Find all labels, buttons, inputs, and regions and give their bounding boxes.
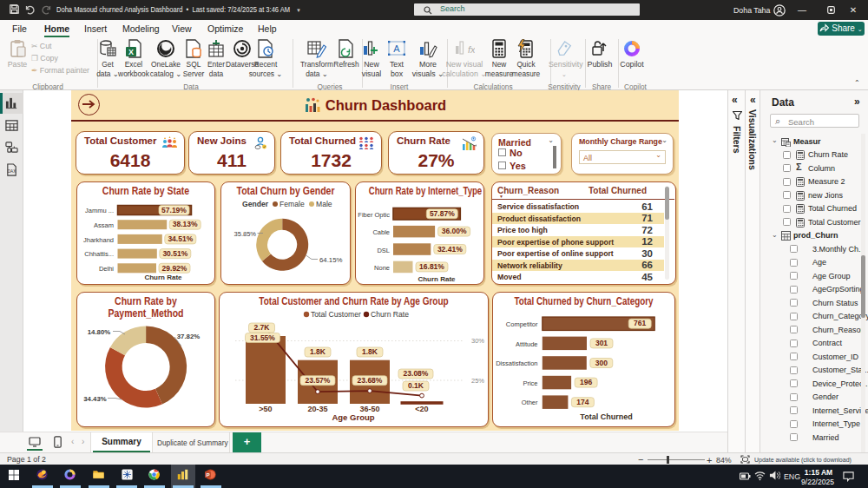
svg-text:DSL: DSL bbox=[377, 247, 390, 254]
svg-text:Churn Rate: Churn Rate bbox=[418, 275, 456, 283]
svg-text:32.41%: 32.41% bbox=[437, 245, 463, 254]
svg-text:Gender: Gender bbox=[242, 200, 269, 208]
svg-text:fx: fx bbox=[468, 44, 475, 55]
svg-text:14.80%: 14.80% bbox=[88, 328, 111, 336]
svg-text:23.68%: 23.68% bbox=[358, 376, 383, 385]
svg-text:X: X bbox=[128, 48, 134, 56]
svg-text:Assam: Assam bbox=[94, 221, 114, 229]
svg-text:20-35: 20-35 bbox=[307, 405, 327, 413]
svg-text:64.15%: 64.15% bbox=[319, 256, 343, 264]
svg-text:Jharkhand: Jharkhand bbox=[83, 236, 114, 244]
svg-text:DAX: DAX bbox=[8, 169, 16, 174]
svg-text:34.51%: 34.51% bbox=[168, 234, 193, 243]
svg-text:761: 761 bbox=[634, 319, 646, 327]
svg-text:Chhattis...: Chhattis... bbox=[84, 250, 114, 258]
svg-text:30.51%: 30.51% bbox=[162, 249, 187, 258]
svg-text:Dissatisfaction: Dissatisfaction bbox=[496, 359, 537, 367]
svg-text:30%: 30% bbox=[471, 337, 484, 345]
svg-text:174: 174 bbox=[576, 398, 589, 406]
svg-text:25%: 25% bbox=[471, 377, 484, 385]
svg-text:Female: Female bbox=[279, 200, 305, 208]
svg-text:35.85%: 35.85% bbox=[234, 230, 257, 238]
svg-text:34.43%: 34.43% bbox=[83, 395, 107, 403]
svg-text:Male: Male bbox=[316, 200, 332, 208]
svg-text:301: 301 bbox=[595, 339, 608, 347]
svg-text:Other: Other bbox=[522, 399, 538, 406]
svg-text:31.55%: 31.55% bbox=[250, 333, 275, 342]
svg-text:36.00%: 36.00% bbox=[442, 227, 467, 235]
svg-text:37.82%: 37.82% bbox=[177, 333, 201, 340]
svg-text:16.81%: 16.81% bbox=[419, 262, 444, 271]
svg-text:>50: >50 bbox=[259, 405, 272, 413]
svg-text:Churn Rate: Churn Rate bbox=[144, 274, 182, 281]
svg-text:Total Churned: Total Churned bbox=[580, 412, 632, 421]
svg-text:23.57%: 23.57% bbox=[306, 376, 331, 385]
svg-text:Delhi: Delhi bbox=[99, 265, 114, 273]
svg-text:P: P bbox=[206, 472, 209, 478]
svg-text:196: 196 bbox=[580, 378, 592, 386]
svg-text:Fiber Optic: Fiber Optic bbox=[358, 211, 390, 219]
svg-text:Age Group: Age Group bbox=[332, 412, 374, 422]
svg-text:57.19%: 57.19% bbox=[161, 206, 187, 214]
svg-text:Churn Rate: Churn Rate bbox=[371, 310, 409, 319]
svg-text:23.08%: 23.08% bbox=[404, 369, 429, 378]
svg-text:57.87%: 57.87% bbox=[430, 209, 455, 218]
svg-text:Attitude: Attitude bbox=[516, 340, 537, 348]
svg-text:38.13%: 38.13% bbox=[173, 220, 198, 228]
svg-text:300: 300 bbox=[595, 359, 608, 367]
svg-text:29.92%: 29.92% bbox=[162, 264, 187, 273]
svg-text:2.7K: 2.7K bbox=[254, 323, 271, 332]
svg-text:1.8K: 1.8K bbox=[362, 347, 378, 356]
svg-text:None: None bbox=[374, 264, 390, 272]
svg-text:Cable: Cable bbox=[372, 228, 390, 236]
svg-text:A: A bbox=[393, 43, 400, 54]
svg-text:Total Customer: Total Customer bbox=[311, 310, 361, 319]
svg-text:1.8K: 1.8K bbox=[310, 347, 326, 356]
svg-text:<20: <20 bbox=[415, 405, 428, 413]
svg-text:Jammu ...: Jammu ... bbox=[85, 207, 114, 214]
svg-text:Price: Price bbox=[523, 379, 537, 387]
svg-text:0.1K: 0.1K bbox=[408, 381, 424, 390]
svg-text:Competitor: Competitor bbox=[506, 320, 538, 328]
